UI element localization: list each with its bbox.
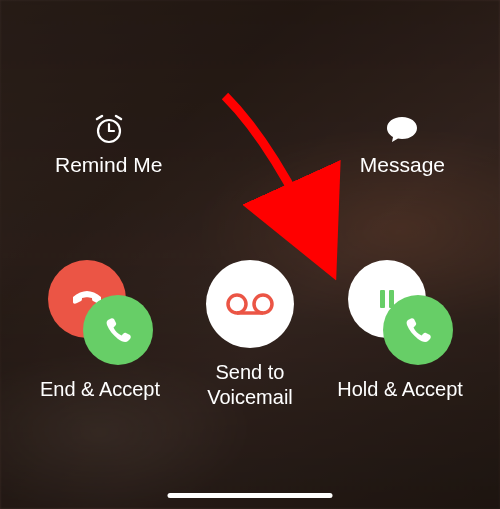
- primary-actions-row: End & Accept Send to Voicemail: [0, 260, 500, 410]
- voicemail-icon-wrap: [206, 260, 294, 348]
- hold-accept-label: Hold & Accept: [337, 377, 463, 402]
- svg-rect-8: [380, 290, 385, 308]
- secondary-actions-row: Remind Me Message: [0, 115, 500, 177]
- alarm-clock-icon: [89, 115, 129, 143]
- remind-me-label: Remind Me: [55, 153, 162, 177]
- remind-me-button[interactable]: Remind Me: [55, 115, 162, 177]
- end-accept-icon-stack: [48, 260, 153, 365]
- voicemail-icon: [225, 291, 275, 317]
- voicemail-circle: [206, 260, 294, 348]
- send-to-voicemail-button[interactable]: Send to Voicemail: [180, 260, 320, 410]
- home-indicator[interactable]: [168, 493, 333, 498]
- message-label: Message: [360, 153, 445, 177]
- message-button[interactable]: Message: [360, 115, 445, 177]
- svg-line-4: [116, 116, 121, 119]
- svg-point-5: [228, 295, 246, 313]
- accept-circle-icon: [383, 295, 453, 365]
- blurred-background: [0, 0, 500, 509]
- end-and-accept-button[interactable]: End & Accept: [30, 260, 170, 410]
- svg-line-3: [97, 116, 102, 119]
- accept-circle-icon: [83, 295, 153, 365]
- voicemail-label: Send to Voicemail: [207, 360, 293, 410]
- hold-accept-icon-stack: [348, 260, 453, 365]
- svg-point-6: [254, 295, 272, 313]
- end-accept-label: End & Accept: [40, 377, 160, 402]
- hold-and-accept-button[interactable]: Hold & Accept: [330, 260, 470, 410]
- speech-bubble-icon: [382, 115, 422, 143]
